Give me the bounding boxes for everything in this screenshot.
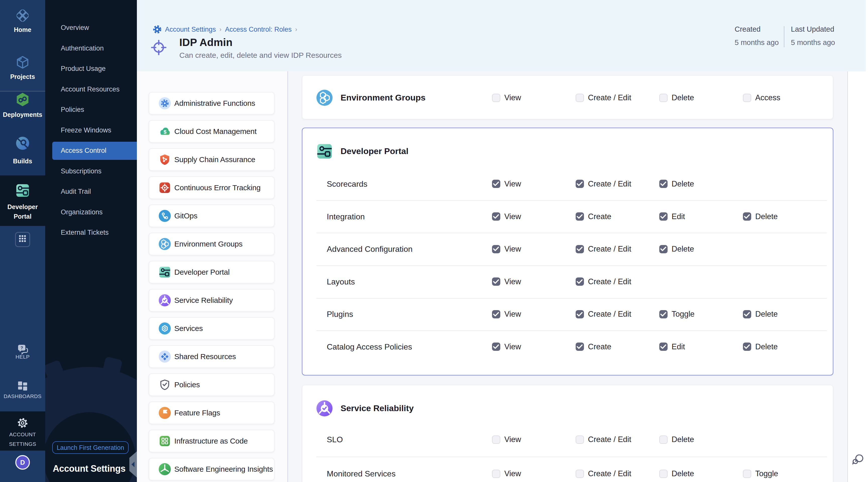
checkbox-unchecked[interactable]	[576, 435, 584, 444]
sidenav-item-access-control[interactable]: Access Control	[52, 142, 137, 160]
sidenav-item-authentication[interactable]: Authentication	[45, 38, 137, 59]
permission-create-edit[interactable]: Create / Edit	[576, 244, 631, 253]
checkbox-unchecked[interactable]	[576, 470, 584, 478]
permission-view[interactable]: View	[492, 212, 521, 221]
checkbox-checked[interactable]	[576, 180, 584, 188]
permission-create-edit[interactable]: Create / Edit	[576, 310, 631, 319]
checkbox-unchecked[interactable]	[659, 435, 668, 444]
sidenav-collapse-button[interactable]	[129, 451, 137, 478]
checkbox-unchecked[interactable]	[576, 94, 584, 102]
sidenav-item-policies[interactable]: Policies	[45, 99, 137, 120]
permission-view[interactable]: View	[492, 469, 521, 478]
checkbox-checked[interactable]	[576, 277, 584, 286]
rail-item-deployments[interactable]: Deployments	[0, 92, 45, 119]
permission-delete[interactable]: Delete	[659, 469, 694, 478]
category-card-software-engineering-insights[interactable]: Software Engineering Insights	[149, 458, 275, 481]
sidenav-item-account-resources[interactable]: Account Resources	[45, 79, 137, 100]
checkbox-checked[interactable]	[743, 342, 751, 351]
permission-create-edit[interactable]: Create / Edit	[576, 179, 631, 188]
support-chat-icon[interactable]	[852, 454, 864, 467]
permission-view[interactable]: View	[492, 435, 521, 444]
checkbox-unchecked[interactable]	[659, 94, 668, 102]
category-card-feature-flags[interactable]: Feature Flags	[149, 401, 275, 424]
permission-view[interactable]: View	[492, 179, 521, 188]
category-card-services[interactable]: Services	[149, 317, 275, 340]
permission-edit[interactable]: Edit	[659, 212, 685, 221]
checkbox-checked[interactable]	[576, 342, 584, 351]
user-avatar[interactable]: D	[15, 455, 30, 470]
checkbox-checked[interactable]	[576, 212, 584, 221]
checkbox-checked[interactable]	[659, 212, 668, 221]
sidenav-item-organizations[interactable]: Organizations	[45, 202, 137, 223]
category-card-environment-groups[interactable]: Environment Groups	[149, 233, 275, 255]
permission-delete[interactable]: Delete	[743, 310, 778, 319]
category-card-service-reliability[interactable]: Service Reliability	[149, 289, 275, 312]
checkbox-unchecked[interactable]	[743, 94, 751, 102]
rail-item-dashboards[interactable]: DASHBOARDS	[0, 381, 45, 401]
checkbox-checked[interactable]	[659, 180, 668, 188]
permission-create-edit[interactable]: Create / Edit	[576, 469, 631, 478]
category-card-shared-resources[interactable]: Shared Resources	[149, 345, 275, 368]
sidenav-item-subscriptions[interactable]: Subscriptions	[45, 161, 137, 182]
checkbox-unchecked[interactable]	[492, 94, 500, 102]
category-card-administrative-functions[interactable]: Administrative Functions	[149, 92, 275, 115]
permission-toggle[interactable]: Toggle	[659, 310, 694, 319]
permission-delete[interactable]: Delete	[659, 93, 694, 102]
checkbox-checked[interactable]	[659, 342, 668, 351]
permission-delete[interactable]: Delete	[659, 179, 694, 188]
permission-view[interactable]: View	[492, 310, 521, 319]
checkbox-checked[interactable]	[659, 310, 668, 319]
rail-item-home[interactable]: Home	[0, 8, 45, 34]
checkbox-checked[interactable]	[659, 245, 668, 253]
category-card-gitops[interactable]: GitOps	[149, 205, 275, 227]
module-grid-button[interactable]	[15, 232, 30, 247]
category-card-policies[interactable]: Policies	[149, 373, 275, 396]
launch-first-generation-button[interactable]: Launch First Generation	[52, 441, 129, 454]
permission-view[interactable]: View	[492, 244, 521, 253]
permission-edit[interactable]: Edit	[659, 342, 685, 351]
category-card-cloud-cost-management[interactable]: $ Cloud Cost Management	[149, 120, 275, 143]
permission-delete[interactable]: Delete	[659, 244, 694, 253]
permission-delete[interactable]: Delete	[743, 342, 778, 351]
checkbox-checked[interactable]	[492, 342, 500, 351]
breadcrumb-access-control-roles[interactable]: Access Control: Roles	[225, 26, 292, 33]
permission-create-edit[interactable]: Create / Edit	[576, 435, 631, 444]
permission-create[interactable]: Create	[576, 342, 611, 351]
breadcrumb-account-settings[interactable]: Account Settings	[165, 26, 216, 33]
category-card-developer-portal[interactable]: Developer Portal	[149, 261, 275, 283]
sidenav-item-overview[interactable]: Overview	[45, 18, 137, 38]
checkbox-checked[interactable]	[576, 310, 584, 319]
permission-create-edit[interactable]: Create / Edit	[576, 277, 631, 286]
checkbox-checked[interactable]	[492, 310, 500, 319]
checkbox-checked[interactable]	[743, 212, 751, 221]
checkbox-checked[interactable]	[743, 310, 751, 319]
rail-item-builds[interactable]: Builds	[0, 136, 45, 165]
category-card-continuous-error-tracking[interactable]: Continuous Error Tracking	[149, 176, 275, 199]
category-card-infrastructure-as-code[interactable]: Infrastructure as Code	[149, 430, 275, 452]
rail-item-help[interactable]: ? HELP	[0, 344, 45, 361]
sidenav-item-external-tickets[interactable]: External Tickets	[45, 222, 137, 243]
permission-access[interactable]: Access	[743, 93, 780, 102]
permission-create[interactable]: Create	[576, 212, 611, 221]
checkbox-checked[interactable]	[492, 212, 500, 221]
rail-item-developer-portal[interactable]: DeveloperPortal	[0, 183, 45, 222]
sidenav-item-freeze-windows[interactable]: Freeze Windows	[45, 120, 137, 141]
checkbox-unchecked[interactable]	[743, 470, 751, 478]
checkbox-checked[interactable]	[576, 245, 584, 253]
sidenav-item-product-usage[interactable]: Product Usage	[45, 59, 137, 79]
rail-item-account-settings[interactable]: ACCOUNTSETTINGS	[0, 417, 45, 450]
permission-create-edit[interactable]: Create / Edit	[576, 93, 631, 102]
permission-view[interactable]: View	[492, 93, 521, 102]
checkbox-checked[interactable]	[492, 277, 500, 286]
checkbox-unchecked[interactable]	[659, 470, 668, 478]
category-card-supply-chain-assurance[interactable]: Supply Chain Assurance	[149, 148, 275, 171]
rail-item-projects[interactable]: Projects	[0, 55, 45, 81]
permission-toggle[interactable]: Toggle	[743, 469, 778, 478]
permission-view[interactable]: View	[492, 342, 521, 351]
permission-view[interactable]: View	[492, 277, 521, 286]
checkbox-checked[interactable]	[492, 245, 500, 253]
permission-delete[interactable]: Delete	[659, 435, 694, 444]
checkbox-unchecked[interactable]	[492, 470, 500, 478]
checkbox-checked[interactable]	[492, 180, 500, 188]
sidenav-item-audit-trail[interactable]: Audit Trail	[45, 181, 137, 202]
